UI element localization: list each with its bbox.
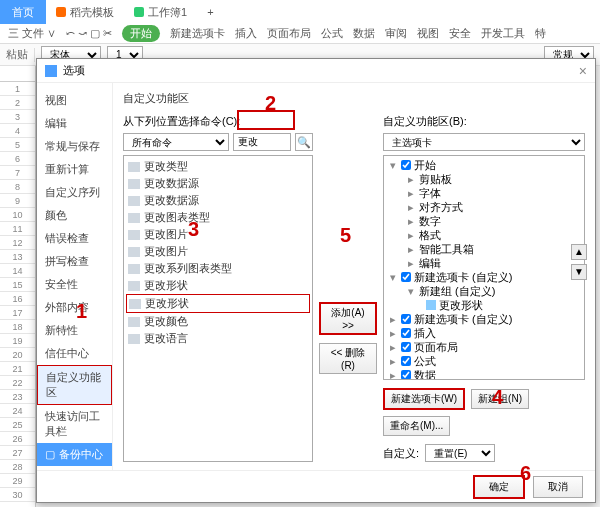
ribbon-tab[interactable]: 公式 (321, 26, 343, 41)
expand-icon[interactable]: ▸ (390, 313, 398, 326)
expand-icon[interactable]: ▸ (408, 201, 416, 214)
list-item[interactable]: 更改数据源 (126, 175, 310, 192)
sidebar-item[interactable]: 常规与保存 (37, 135, 112, 158)
rename-button[interactable]: 重命名(M)... (383, 416, 450, 436)
new-group-button[interactable]: 新建组(N) (471, 389, 529, 409)
row-header[interactable]: 9 (0, 194, 35, 208)
list-item-selected[interactable]: 更改形状 (126, 294, 310, 313)
ribbon-tab[interactable]: 页面布局 (267, 26, 311, 41)
tree-checkbox[interactable] (401, 356, 411, 366)
collapse-icon[interactable]: ▾ (408, 285, 416, 298)
ribbon-tab[interactable]: 插入 (235, 26, 257, 41)
add-button[interactable]: 添加(A) >> (319, 302, 377, 335)
tab-workbook[interactable]: 工作簿1 (124, 0, 197, 24)
backup-center[interactable]: ▢备份中心 (37, 443, 112, 466)
row-header[interactable]: 7 (0, 166, 35, 180)
ribbon-tab[interactable]: 安全 (449, 26, 471, 41)
row-header[interactable]: 30 (0, 488, 35, 502)
list-item[interactable]: 更改图片 (126, 226, 310, 243)
row-header[interactable]: 2 (0, 96, 35, 110)
ok-button[interactable]: 确定 (473, 475, 525, 499)
row-header[interactable]: 4 (0, 124, 35, 138)
row-header[interactable]: 1 (0, 82, 35, 96)
file-menu[interactable]: 三 文件 ∨ (8, 26, 56, 41)
reset-select[interactable]: 重置(E) (425, 444, 495, 462)
paste-button[interactable]: 粘贴 (6, 47, 28, 62)
ribbon-tree[interactable]: ▾开始 ▸剪贴板 ▸字体 ▸对齐方式 ▸数字 ▸格式 ▸智能工具箱 ▸编辑 (383, 155, 585, 380)
sidebar-item[interactable]: 快速访问工具栏 (37, 405, 112, 443)
list-item[interactable]: 更改图表类型 (126, 209, 310, 226)
expand-icon[interactable]: ▸ (408, 187, 416, 200)
row-header[interactable]: 13 (0, 250, 35, 264)
list-item[interactable]: 更改系列图表类型 (126, 260, 310, 277)
list-item[interactable]: 更改语言 (126, 330, 310, 347)
search-input[interactable] (233, 133, 291, 151)
tree-checkbox[interactable] (401, 370, 411, 380)
row-header[interactable]: 26 (0, 432, 35, 446)
expand-icon[interactable]: ▸ (408, 229, 416, 242)
sidebar-item[interactable]: 自定义序列 (37, 181, 112, 204)
qat-icons[interactable]: ⤺ ⤻ ▢ ✂ (66, 27, 112, 40)
sidebar-item[interactable]: 编辑 (37, 112, 112, 135)
sidebar-item[interactable]: 重新计算 (37, 158, 112, 181)
tab-add[interactable]: + (197, 0, 223, 24)
row-header[interactable]: 29 (0, 474, 35, 488)
ribbon-tab[interactable]: 特 (535, 26, 546, 41)
new-tab-button[interactable]: 新建选项卡(W) (383, 388, 465, 410)
list-item[interactable]: 更改数据源 (126, 192, 310, 209)
row-header[interactable]: 11 (0, 222, 35, 236)
remove-button[interactable]: << 删除(R) (319, 343, 377, 374)
ribbon-tab-start[interactable]: 开始 (122, 25, 160, 42)
row-header[interactable]: 14 (0, 264, 35, 278)
tab-home[interactable]: 首页 (0, 0, 46, 24)
row-header[interactable]: 17 (0, 306, 35, 320)
list-item[interactable]: 更改图片 (126, 243, 310, 260)
move-up-button[interactable]: ▲ (571, 244, 587, 260)
row-header[interactable]: 6 (0, 152, 35, 166)
list-item[interactable]: 更改颜色 (126, 313, 310, 330)
tree-checkbox[interactable] (401, 160, 411, 170)
ribbon-tabs-select[interactable]: 主选项卡 (383, 133, 585, 151)
ribbon-tab[interactable]: 数据 (353, 26, 375, 41)
ribbon-tab[interactable]: 开发工具 (481, 26, 525, 41)
sidebar-item[interactable]: 信任中心 (37, 342, 112, 365)
row-header[interactable]: 8 (0, 180, 35, 194)
tree-checkbox[interactable] (401, 328, 411, 338)
tree-checkbox[interactable] (401, 272, 411, 282)
list-item[interactable]: 更改类型 (126, 158, 310, 175)
sidebar-item[interactable]: 视图 (37, 89, 112, 112)
ribbon-tab[interactable]: 审阅 (385, 26, 407, 41)
cancel-button[interactable]: 取消 (533, 476, 583, 498)
sidebar-item[interactable]: 安全性 (37, 273, 112, 296)
expand-icon[interactable]: ▸ (390, 369, 398, 381)
sidebar-item-customize-ribbon[interactable]: 自定义功能区 (37, 365, 112, 405)
sidebar-item[interactable]: 外部内容 (37, 296, 112, 319)
sidebar-item[interactable]: 错误检查 (37, 227, 112, 250)
sidebar-item[interactable]: 颜色 (37, 204, 112, 227)
expand-icon[interactable]: ▸ (408, 215, 416, 228)
row-header[interactable]: 28 (0, 460, 35, 474)
row-header[interactable]: 12 (0, 236, 35, 250)
row-header[interactable]: 16 (0, 292, 35, 306)
expand-icon[interactable]: ▸ (390, 341, 398, 354)
row-header[interactable]: 24 (0, 404, 35, 418)
row-header[interactable]: 19 (0, 334, 35, 348)
move-down-button[interactable]: ▼ (571, 264, 587, 280)
sidebar-item[interactable]: 拼写检查 (37, 250, 112, 273)
row-header[interactable]: 25 (0, 418, 35, 432)
ribbon-tab[interactable]: 视图 (417, 26, 439, 41)
row-header[interactable]: 23 (0, 390, 35, 404)
sidebar-item[interactable]: 新特性 (37, 319, 112, 342)
row-header[interactable]: 18 (0, 320, 35, 334)
row-header[interactable]: 3 (0, 110, 35, 124)
search-icon[interactable]: 🔍 (295, 133, 313, 151)
ribbon-tab[interactable]: 新建选项卡 (170, 26, 225, 41)
expand-icon[interactable]: ▸ (408, 243, 416, 256)
row-header[interactable]: 21 (0, 362, 35, 376)
close-icon[interactable]: × (579, 63, 587, 79)
tree-checkbox[interactable] (401, 342, 411, 352)
row-header[interactable]: 10 (0, 208, 35, 222)
row-header[interactable]: 27 (0, 446, 35, 460)
expand-icon[interactable]: ▸ (408, 257, 416, 270)
collapse-icon[interactable]: ▾ (390, 159, 398, 172)
